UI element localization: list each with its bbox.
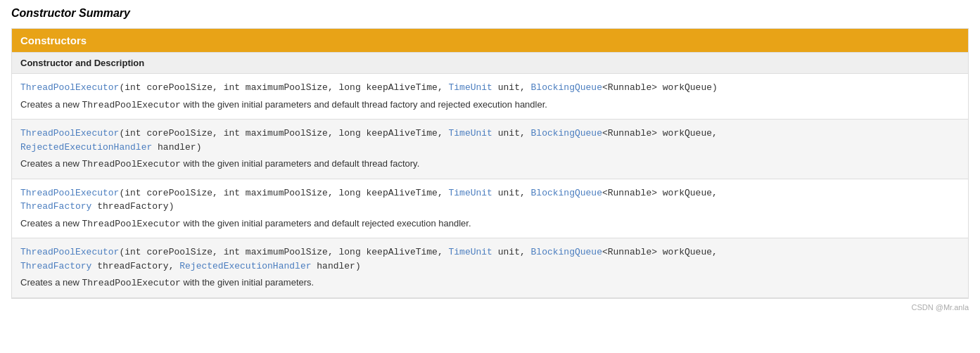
constructor-link[interactable]: BlockingQueue bbox=[531, 128, 602, 139]
constructor-link[interactable]: TimeUnit bbox=[449, 128, 492, 139]
constructor-link[interactable]: ThreadFactory bbox=[20, 201, 91, 212]
constructor-link[interactable]: RejectedExecutionHandler bbox=[20, 142, 152, 153]
tab-header: Constructors bbox=[12, 29, 968, 52]
constructor-link[interactable]: RejectedExecutionHandler bbox=[179, 261, 311, 271]
constructor-link[interactable]: ThreadPoolExecutor bbox=[20, 82, 119, 93]
table-row: ThreadPoolExecutor(int corePoolSize, int… bbox=[12, 238, 968, 298]
watermark: CSDN @Mr.anla bbox=[11, 303, 969, 312]
constructor-link[interactable]: TimeUnit bbox=[449, 247, 492, 257]
constructor-signature: ThreadPoolExecutor(int corePoolSize, int… bbox=[20, 81, 960, 95]
table-row: ThreadPoolExecutor(int corePoolSize, int… bbox=[12, 120, 968, 179]
constructor-link[interactable]: ThreadPoolExecutor bbox=[20, 188, 119, 198]
table-row: ThreadPoolExecutor(int corePoolSize, int… bbox=[12, 74, 968, 120]
constructor-link[interactable]: TimeUnit bbox=[449, 188, 492, 198]
constructor-signature: ThreadPoolExecutor(int corePoolSize, int… bbox=[20, 127, 960, 154]
constructor-link[interactable]: BlockingQueue bbox=[531, 188, 602, 198]
constructors-table: Constructors Constructor and Description… bbox=[11, 28, 969, 299]
constructor-description: Creates a new ThreadPoolExecutor with th… bbox=[20, 98, 960, 113]
constructor-signature: ThreadPoolExecutor(int corePoolSize, int… bbox=[20, 245, 960, 273]
table-row: ThreadPoolExecutor(int corePoolSize, int… bbox=[12, 179, 968, 239]
constructor-link[interactable]: TimeUnit bbox=[449, 82, 492, 93]
constructor-link[interactable]: BlockingQueue bbox=[531, 82, 602, 93]
constructor-link[interactable]: ThreadPoolExecutor bbox=[20, 247, 119, 257]
constructor-description: Creates a new ThreadPoolExecutor with th… bbox=[20, 276, 960, 290]
col-header: Constructor and Description bbox=[12, 52, 968, 74]
constructor-link[interactable]: BlockingQueue bbox=[531, 247, 602, 257]
constructor-link[interactable]: ThreadFactory bbox=[20, 261, 91, 271]
constructor-description: Creates a new ThreadPoolExecutor with th… bbox=[20, 217, 960, 231]
constructor-link[interactable]: ThreadPoolExecutor bbox=[20, 128, 119, 139]
constructor-signature: ThreadPoolExecutor(int corePoolSize, int… bbox=[20, 186, 960, 214]
constructor-description: Creates a new ThreadPoolExecutor with th… bbox=[20, 157, 960, 172]
page-title: Constructor Summary bbox=[11, 7, 969, 20]
